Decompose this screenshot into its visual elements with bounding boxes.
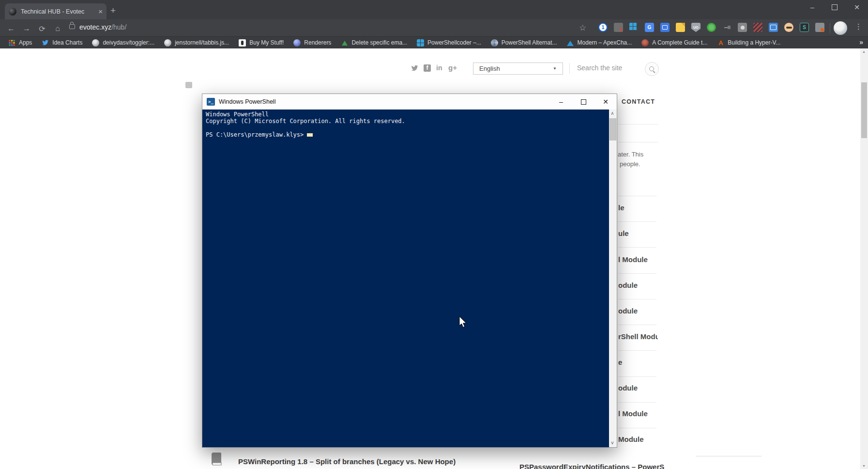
- pin-head-icon: [728, 26, 731, 29]
- bookmark-delete-email[interactable]: Delete specific ema...: [336, 38, 411, 47]
- browser-tab[interactable]: Technical HUB - Evotec ×: [5, 3, 107, 19]
- site-search-button[interactable]: [645, 62, 659, 76]
- bookmark-star-icon[interactable]: ☆: [579, 23, 586, 33]
- console-output[interactable]: Windows PowerShellCopyright (C) Microsof…: [202, 109, 609, 447]
- console-prompt-line: PS C:\Users\przemyslaw.klys>: [206, 131, 609, 138]
- bookmark-powershellcoder[interactable]: PowerShellcoder –...: [412, 38, 486, 47]
- console-blank-line: [206, 125, 609, 131]
- powershell-close-button[interactable]: ✕: [594, 94, 617, 109]
- bookmark-toggler[interactable]: deivydasv/toggler:...: [88, 38, 159, 47]
- back-button[interactable]: ←: [5, 22, 17, 35]
- powershell-window[interactable]: >_ Windows PowerShell – ✕ Windows PowerS…: [202, 94, 617, 448]
- module-link-fragment[interactable]: odule: [618, 281, 658, 289]
- powershell-minimize-button[interactable]: –: [550, 94, 572, 109]
- bookmarks-overflow-button[interactable]: »: [859, 38, 863, 46]
- module-link-fragment[interactable]: e: [618, 358, 658, 366]
- url-host: evotec.xyz: [79, 23, 111, 31]
- tag-extension-icon[interactable]: [660, 23, 670, 32]
- scroll-down-icon[interactable]: ˅: [611, 440, 614, 446]
- bookmark-modern-apexcharts[interactable]: Modern – ApexCha...: [563, 38, 637, 47]
- nav-contact[interactable]: CONTACT: [622, 98, 655, 105]
- googleplus-social-icon[interactable]: g+: [448, 63, 457, 72]
- shield-extension-icon[interactable]: UO: [691, 23, 700, 32]
- browser-menu-button[interactable]: ⋮: [855, 22, 862, 31]
- onepassword-extension-icon[interactable]: 1: [598, 23, 608, 32]
- extensions-row: 1 G UO S: [598, 23, 824, 32]
- translate-extension-icon[interactable]: G: [645, 23, 654, 32]
- module-link-fragment[interactable]: odule: [618, 307, 658, 315]
- https-lock-icon[interactable]: [69, 24, 75, 29]
- twitter-social-icon[interactable]: [411, 65, 419, 72]
- sidebar-divider: [618, 350, 656, 351]
- console-scrollbar-thumb[interactable]: [609, 118, 616, 141]
- tag-glyph-icon: [662, 25, 668, 30]
- apex-triangle-icon: [567, 39, 574, 47]
- module-link-fragment[interactable]: l Module: [618, 255, 658, 264]
- powershell-maximize-button[interactable]: [572, 94, 594, 109]
- console-prompt: PS C:\Users\przemyslaw.klys>: [206, 131, 304, 138]
- bookmark-label: Apps: [19, 39, 32, 46]
- window-maximize-button[interactable]: [823, 0, 846, 15]
- console-line: Copyright (C) Microsoft Corporation. All…: [206, 118, 609, 125]
- pattern-extension-icon[interactable]: [753, 23, 762, 32]
- article-title-right[interactable]: PSPasswordExpiryNotifications – PowerS: [519, 463, 664, 469]
- bookmark-idea-charts[interactable]: Idea Charts: [37, 38, 87, 47]
- sidebar-divider: [618, 196, 656, 196]
- stylus-extension-icon[interactable]: S: [800, 23, 809, 32]
- home-button[interactable]: ⌂: [51, 22, 64, 35]
- bookmark-label: Delete specific ema...: [351, 39, 407, 46]
- green-circle-extension-icon[interactable]: [707, 23, 716, 32]
- toolbar-divider: [830, 23, 830, 33]
- bookmark-complete-guide[interactable]: A Complete Guide t...: [637, 38, 712, 47]
- select-arrow-icon: ▼: [553, 66, 557, 71]
- sidebar-divider: [618, 247, 656, 248]
- address-bar[interactable]: evotec.xyz/hub/: [79, 23, 126, 31]
- page-scrollbar[interactable]: ▲ ▼: [860, 48, 868, 469]
- module-link-fragment[interactable]: odule: [618, 384, 658, 392]
- article-title-left[interactable]: PSWinReporting 1.8 – Split of branches (…: [238, 457, 456, 466]
- facebook-social-icon[interactable]: f: [424, 64, 431, 72]
- bookmark-powershell-alternative[interactable]: PowerShell Alternat...: [487, 38, 562, 47]
- bookmark-renderers[interactable]: Renderers: [289, 38, 335, 47]
- powershell-titlebar[interactable]: >_ Windows PowerShell – ✕: [202, 94, 617, 109]
- reload-button[interactable]: ⟳: [36, 22, 48, 35]
- browser-window-extension-icon[interactable]: [769, 23, 778, 32]
- window-close-button[interactable]: ✕: [846, 0, 868, 15]
- module-link-fragment[interactable]: ule: [618, 229, 658, 237]
- scroll-up-icon[interactable]: ▲: [862, 50, 866, 53]
- page-scrollbar-thumb[interactable]: [861, 82, 867, 138]
- video-extension-icon[interactable]: [614, 23, 623, 32]
- forward-button[interactable]: →: [20, 22, 33, 35]
- window-minimize-button[interactable]: –: [801, 0, 823, 15]
- tab-close-icon[interactable]: ×: [98, 7, 103, 16]
- console-scrollbar[interactable]: ˄ ˅: [609, 109, 617, 447]
- site-search-input[interactable]: [576, 63, 636, 72]
- twitter-icon: [42, 39, 49, 47]
- new-tab-button[interactable]: +: [110, 6, 116, 15]
- script-extension-icon[interactable]: [815, 23, 824, 32]
- bookmark-apps[interactable]: Apps: [4, 38, 36, 47]
- sidebar-divider: [618, 325, 656, 325]
- bookmark-buy-my-stuff[interactable]: Buy My Stuff!: [234, 38, 288, 47]
- sidebar-divider: [618, 299, 656, 299]
- bookmark-hyper-v[interactable]: A Building a Hyper-V...: [713, 38, 785, 47]
- module-link-fragment[interactable]: l Module: [618, 409, 658, 418]
- grid-extension-icon[interactable]: [629, 23, 639, 32]
- linkedin-social-icon[interactable]: in: [436, 64, 442, 72]
- sidebar-divider: [618, 124, 658, 125]
- record-dot-icon: [620, 29, 622, 31]
- powershell-icon: >_: [207, 98, 215, 106]
- bookmark-tabbis[interactable]: jenstornell/tabbis.js...: [160, 38, 233, 47]
- notes-extension-icon[interactable]: [676, 23, 685, 32]
- module-link-fragment[interactable]: rShell Modul: [618, 332, 658, 341]
- sphere-icon: [293, 39, 301, 47]
- pushpin-extension-icon[interactable]: [722, 23, 731, 32]
- camera-extension-icon[interactable]: [738, 23, 747, 32]
- language-select[interactable]: English ▼: [473, 63, 563, 75]
- module-link-fragment[interactable]: le: [618, 203, 658, 212]
- profile-avatar[interactable]: [834, 21, 847, 35]
- face-extension-icon[interactable]: [784, 23, 793, 32]
- module-link-fragment[interactable]: Module: [618, 435, 658, 443]
- scroll-up-icon[interactable]: ˄: [611, 111, 614, 116]
- scroll-down-icon[interactable]: ▼: [862, 464, 866, 468]
